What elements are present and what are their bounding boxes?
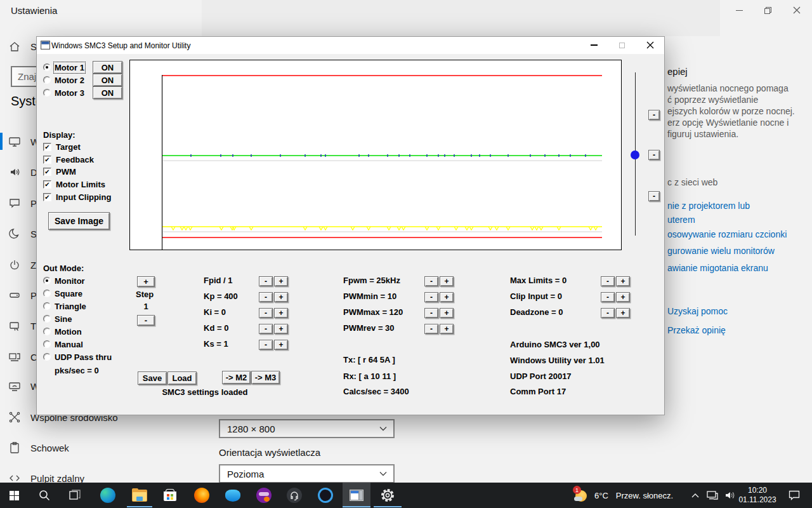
target-label[interactable]: Target [56,142,81,152]
motor3-on-button[interactable]: ON [93,86,122,99]
motor2-radio[interactable] [43,76,51,84]
clip-input-plus-button[interactable]: + [616,292,630,302]
sidebar-item-focus[interactable]: S [0,224,37,243]
pwmrev-plus-button[interactable]: + [440,324,454,334]
load-button[interactable]: Load [167,371,197,385]
save-image-button[interactable]: Save Image [48,212,110,230]
settings-gear-icon[interactable] [375,483,400,508]
triangle-label[interactable]: Triangle [55,302,86,311]
square-label[interactable]: Square [55,289,82,298]
sidebar-item-tablet[interactable]: T [0,316,36,335]
blue-mask-app-icon[interactable] [220,483,246,508]
action-center-button[interactable] [782,483,807,508]
pwmmin-minus-button[interactable]: - [424,292,438,302]
fpwm-plus-button[interactable]: + [440,276,454,286]
manual-label[interactable]: Manual [55,340,83,349]
clock-widget[interactable]: 10:20 01.11.2023 [736,486,779,505]
square-radio[interactable] [43,290,51,297]
sidebar-item-sound[interactable]: D [0,163,37,182]
input-clipping-label[interactable]: Input Clipping [56,192,111,202]
feedback-link[interactable]: Przekaż opinię [667,325,726,335]
deadzone-plus-button[interactable]: + [616,308,630,318]
motor2-on-button[interactable]: ON [93,74,122,86]
pwmmax-plus-button[interactable]: + [440,308,454,318]
help-link[interactable]: awianie migotania ekranu [667,263,768,273]
kp-plus-button[interactable]: + [274,292,288,302]
sidebar-item-display[interactable]: W [0,132,39,151]
monitor-label[interactable]: Monitor [55,276,85,286]
tray-chevron-button[interactable] [686,483,704,508]
fpid-plus-button[interactable]: + [274,276,288,286]
ki-minus-button[interactable]: - [259,308,273,318]
motor3-radio[interactable] [43,89,51,97]
settings-close-button[interactable] [782,0,811,20]
target-slider-thumb[interactable] [631,150,639,159]
sidebar-item-multitasking[interactable]: C [0,347,37,366]
udp-pass-thru-label[interactable]: UDP Pass thru [55,352,112,362]
motor1-radio[interactable] [43,64,51,71]
feedback-checkbox[interactable]: ✔ [43,156,51,164]
help-link[interactable]: gurowanie wielu monitorów [667,246,775,256]
ks-minus-button[interactable]: - [259,340,273,350]
settings-minimize-button[interactable] [725,0,754,20]
udp-pass-thru-radio[interactable] [43,353,51,361]
max-limits-minus-button[interactable]: - [601,276,615,286]
to-m3-button[interactable]: -> M3 [251,371,280,384]
sine-label[interactable]: Sine [55,314,72,324]
step-plus-button[interactable]: + [137,276,155,287]
kd-minus-button[interactable]: - [259,324,273,334]
smc3-minimize-button[interactable] [584,38,604,52]
sidebar-item-clipboard[interactable]: Schowek [0,438,69,457]
pwmrev-minus-button[interactable]: - [424,324,438,334]
pwmmin-plus-button[interactable]: + [440,292,454,302]
triangle-radio[interactable] [43,302,51,310]
edge-icon[interactable] [95,483,121,508]
motor1-on-button[interactable]: ON [93,61,122,74]
slider-minus-button-1[interactable]: - [648,110,660,120]
motor-limits-checkbox[interactable]: ✔ [43,180,51,189]
get-help-link[interactable]: Uzyskaj pomoc [667,306,728,316]
task-view-button[interactable] [62,483,88,508]
resolution-dropdown[interactable]: 812 × 508 [219,419,395,438]
purple-app-icon[interactable] [251,483,277,508]
motor1-label[interactable]: Motor 1 [55,63,84,72]
save-button[interactable]: Save [138,371,167,385]
start-button[interactable] [1,483,27,508]
sidebar-item-home[interactable]: S [0,37,37,56]
motor-limits-label[interactable]: Motor Limits [56,180,105,189]
slider-minus-button-3[interactable]: - [648,191,660,201]
sine-radio[interactable] [43,315,51,323]
slider-minus-button-2[interactable]: - [648,150,660,160]
input-clipping-checkbox[interactable]: ✔ [43,193,51,201]
pwmmax-minus-button[interactable]: - [424,308,438,318]
max-limits-plus-button[interactable]: + [616,276,630,286]
monitor-radio[interactable] [43,277,51,284]
clip-input-minus-button[interactable]: - [601,292,615,302]
sidebar-item-projecting[interactable]: W [0,377,39,396]
network-tray-icon[interactable] [703,483,722,508]
feedback-label[interactable]: Feedback [56,155,94,164]
microsoft-store-icon[interactable] [157,483,183,508]
fpid-minus-button[interactable]: - [259,276,273,286]
settings-restore-button[interactable] [754,0,782,20]
help-link[interactable]: nie z projektorem lub [667,201,750,211]
sidebar-item-storage[interactable]: P [0,286,37,305]
file-explorer-icon[interactable] [127,483,152,508]
kd-plus-button[interactable]: + [274,324,288,334]
pwm-label[interactable]: PWM [56,167,76,177]
smc3-taskbar-icon[interactable] [344,483,369,508]
help-link[interactable]: uterem [667,215,695,225]
headset-app-icon[interactable] [282,483,307,508]
to-m2-button[interactable]: -> M2 [222,371,251,384]
motion-label[interactable]: Motion [55,327,82,337]
sidebar-item-power[interactable]: Z [0,255,36,274]
deadzone-minus-button[interactable]: - [601,308,615,318]
kp-minus-button[interactable]: - [259,292,273,302]
ring-app-icon[interactable] [313,483,338,508]
firefox-icon[interactable] [189,483,214,508]
step-minus-button[interactable]: - [137,315,155,326]
ki-plus-button[interactable]: + [274,308,288,318]
motor3-label[interactable]: Motor 3 [55,88,84,98]
help-link[interactable]: osowywanie rozmiaru czcionki [667,229,787,239]
motion-radio[interactable] [43,328,51,335]
